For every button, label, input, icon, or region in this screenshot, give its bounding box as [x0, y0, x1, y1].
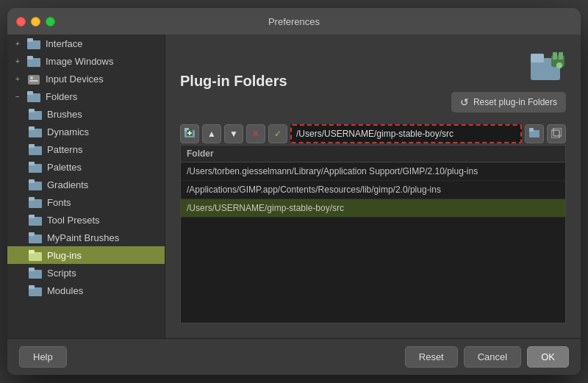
svg-point-36	[556, 62, 562, 68]
sidebar-item-input-devices[interactable]: + Input Devices	[7, 70, 165, 87]
expand-arrow-image-windows: +	[13, 57, 22, 65]
sidebar-label-mypaint-brushes: MyPaint Brushes	[47, 232, 119, 243]
svg-rect-8	[27, 91, 33, 95]
interface-icon	[26, 37, 41, 49]
reset-plug-in-folders-label: Reset plug-in Folders	[473, 97, 557, 107]
svg-rect-45	[553, 128, 562, 136]
sidebar: + Interface + Image Windows + I	[7, 35, 165, 338]
svg-rect-28	[29, 268, 35, 271]
svg-rect-18	[29, 179, 35, 183]
sidebar-label-folders: Folders	[46, 91, 77, 102]
plugin-folder-icon	[531, 49, 566, 85]
sidebar-item-modules[interactable]: Modules	[7, 282, 165, 299]
svg-rect-4	[28, 75, 40, 85]
window-title: Preferences	[268, 16, 320, 27]
sidebar-item-brushes[interactable]: Brushes	[7, 105, 165, 123]
delete-folder-button[interactable]: ✕	[246, 124, 265, 143]
sidebar-item-palettes[interactable]: Palettes	[7, 158, 165, 176]
sidebar-item-plug-ins[interactable]: Plug-ins	[7, 246, 165, 264]
svg-rect-32	[531, 54, 544, 62]
sidebar-label-gradients: Gradients	[47, 179, 88, 190]
dynamics-icon	[28, 126, 43, 137]
copy-icon	[551, 128, 562, 140]
apply-path-button[interactable]: ✓	[268, 124, 287, 143]
reset-icon: ↺	[460, 96, 469, 108]
sidebar-label-modules: Modules	[47, 285, 83, 296]
sidebar-item-patterns[interactable]: Patterns	[7, 140, 165, 158]
sidebar-label-image-windows: Image Windows	[46, 56, 113, 67]
traffic-lights	[16, 17, 55, 26]
add-folder-button[interactable]	[180, 124, 199, 143]
svg-rect-12	[29, 126, 35, 130]
browse-icon	[529, 128, 539, 140]
scripts-icon	[28, 267, 43, 279]
sidebar-item-folders[interactable]: − Folders	[7, 87, 165, 105]
palettes-icon	[28, 161, 43, 173]
close-button[interactable]	[16, 17, 26, 26]
up-arrow-icon: ▲	[207, 129, 216, 139]
toolbar-row: ▲ ▼ ✕ ✓	[180, 124, 566, 143]
sidebar-item-dynamics[interactable]: Dynamics	[7, 123, 165, 140]
folder-path-input[interactable]	[290, 124, 522, 143]
sidebar-label-patterns: Patterns	[47, 144, 82, 155]
expand-arrow-input-devices: +	[13, 74, 22, 83]
sidebar-label-dynamics: Dynamics	[47, 126, 89, 137]
sidebar-label-palettes: Palettes	[47, 162, 82, 173]
folder-list-item-2[interactable]: /Users/USERNAME/gimp-stable-boy/src	[181, 199, 565, 218]
bottom-right: Reset Cancel OK	[405, 346, 569, 368]
sidebar-label-fonts: Fonts	[47, 197, 71, 208]
sidebar-label-interface: Interface	[46, 38, 83, 49]
ok-button[interactable]: OK	[527, 346, 569, 368]
minimize-button[interactable]	[31, 17, 40, 26]
maximize-button[interactable]	[46, 17, 55, 26]
svg-rect-34	[553, 52, 557, 60]
section-title: Plug-in Folders	[180, 73, 287, 90]
svg-rect-30	[29, 285, 35, 289]
svg-point-5	[30, 76, 33, 79]
svg-rect-1	[27, 38, 33, 42]
sidebar-item-interface[interactable]: + Interface	[7, 35, 165, 52]
sidebar-item-scripts[interactable]: Scripts	[7, 264, 165, 282]
gradients-icon	[28, 179, 43, 190]
svg-rect-10	[29, 109, 35, 112]
patterns-icon	[28, 143, 43, 155]
section-header: Plug-in Folders	[180, 49, 566, 112]
svg-rect-6	[29, 80, 38, 82]
sidebar-item-fonts[interactable]: Fonts	[7, 193, 165, 211]
svg-rect-16	[29, 162, 35, 165]
tool-presets-icon	[28, 214, 43, 226]
svg-rect-20	[29, 197, 35, 201]
sidebar-label-tool-presets: Tool Presets	[47, 215, 100, 226]
folder-list-header: Folder	[181, 146, 565, 162]
svg-rect-35	[559, 52, 563, 60]
reset-plug-in-folders-button[interactable]: ↺ Reset plug-in Folders	[451, 92, 566, 112]
fonts-icon	[28, 196, 43, 208]
move-up-button[interactable]: ▲	[202, 124, 221, 143]
main-content: Plug-in Folders	[165, 35, 581, 338]
plug-ins-icon	[28, 249, 43, 261]
modules-icon	[28, 284, 43, 296]
browse-folder-button[interactable]	[525, 124, 544, 143]
brushes-icon	[28, 108, 43, 120]
reset-button[interactable]: Reset	[405, 346, 458, 368]
svg-rect-43	[529, 128, 534, 132]
move-down-button[interactable]: ▼	[224, 124, 243, 143]
cancel-button[interactable]: Cancel	[464, 346, 521, 368]
input-devices-icon	[26, 73, 41, 85]
folder-list-item-1[interactable]: /Applications/GIMP.app/Contents/Resource…	[181, 181, 565, 199]
bottom-left: Help	[19, 346, 67, 368]
sidebar-item-image-windows[interactable]: + Image Windows	[7, 52, 165, 70]
folders-icon	[26, 90, 41, 102]
folder-list-item-0[interactable]: /Users/torben.giesselmann/Library/Applic…	[181, 162, 565, 181]
sidebar-item-mypaint-brushes[interactable]: MyPaint Brushes	[7, 229, 165, 246]
sidebar-item-tool-presets[interactable]: Tool Presets	[7, 211, 165, 229]
folder-list: Folder /Users/torben.giesselmann/Library…	[180, 145, 566, 323]
sidebar-label-input-devices: Input Devices	[46, 74, 104, 85]
expand-arrow-interface: +	[13, 39, 22, 48]
preferences-window: Preferences + Interface + Image Windows	[7, 8, 581, 375]
help-button[interactable]: Help	[19, 346, 67, 368]
copy-path-button[interactable]	[547, 124, 566, 143]
expand-arrow-folders: −	[13, 92, 22, 101]
sidebar-item-gradients[interactable]: Gradients	[7, 176, 165, 193]
svg-rect-26	[29, 250, 35, 254]
